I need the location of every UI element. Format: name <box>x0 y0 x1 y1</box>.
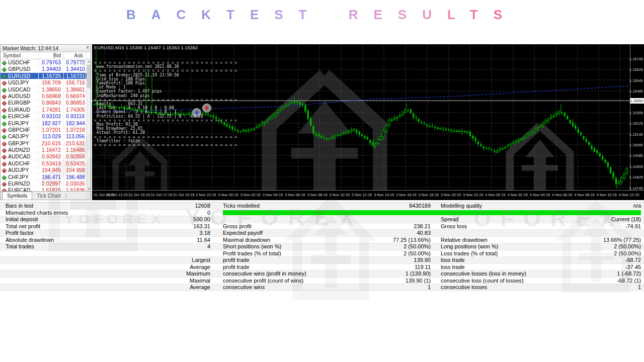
market-watch-row-usdjpy[interactable]: USDJPY156.709156.716 <box>1 79 91 86</box>
price-tick: 1.14905 <box>629 164 643 169</box>
price-tick: 1.15145 <box>629 132 643 137</box>
symbol-cell: EURUSD <box>1 73 39 79</box>
market-watch-row-cadjpy[interactable]: CADJPY113.029113.056 <box>1 133 91 140</box>
bid-cell: 1.74281 <box>39 107 64 113</box>
time-tick: 31 Oct 15:15 <box>128 193 150 197</box>
tab-symbols[interactable]: Symbols <box>2 192 32 200</box>
report-value: 2 (50.00%) <box>564 243 644 250</box>
ask-cell: 0.86853 <box>64 100 86 106</box>
ask-cell: 0.93119 <box>64 113 86 119</box>
chart-panel: EURUSD,M15 1.15365 1.15407 1.15363 1.153… <box>92 44 644 200</box>
bid-cell: 1.61815 <box>39 187 64 191</box>
market-watch-row-audnzd[interactable]: AUDNZD1.164721.16486 <box>1 147 91 153</box>
report-value: 238.21 <box>348 223 432 230</box>
report-row: Initial deposit500.00SpreadCurrent (18) <box>0 216 644 223</box>
report-value: 1 (139.90) <box>348 270 432 277</box>
time-tick: 4 Nov 10:15 <box>597 193 617 197</box>
report-label: loss trade <box>432 264 564 270</box>
report-value: 8430189 <box>348 203 432 209</box>
chart-ohlc-header: EURUSD,M15 1.15365 1.15407 1.15363 1.153… <box>94 45 198 50</box>
report-value: 1 <box>348 284 432 291</box>
tab-tick-chart[interactable]: Tick Chart <box>32 192 65 200</box>
symbol-cell: AUDJPY <box>1 167 39 173</box>
time-tick: 31 Oct 17:15 <box>150 193 172 197</box>
report-label: Short positions (won %) <box>210 243 348 250</box>
market-watch-row-audcad[interactable]: AUDCAD0.928420.92858 <box>1 153 91 160</box>
symbol-cell: CADJPY <box>1 133 39 139</box>
backtest-results-page: BACKTEST RESULTS Market Watch: 12:44:14 … <box>0 0 644 362</box>
ask-cell: 1.07218 <box>64 127 86 133</box>
symbol-cell: AUDCHF <box>1 160 39 166</box>
column-bid[interactable]: Bid <box>39 52 64 59</box>
ask-cell: 1.38661 <box>64 86 86 93</box>
column-symbol[interactable]: Symbol <box>1 52 39 59</box>
market-watch-row-audchf[interactable]: AUDCHF0.534190.53425 <box>1 160 91 167</box>
market-watch-row-eurchf[interactable]: EURCHF0.931020.93119 <box>1 113 91 120</box>
time-tick: 3 Nov 18:15 <box>419 193 439 197</box>
market-watch-row-usdcad[interactable]: USDCAD1.386501.38661 <box>1 86 91 93</box>
scrollbar-thumb[interactable] <box>87 65 91 88</box>
report-label: Mismatched charts errors <box>0 210 143 216</box>
market-watch-row-chfjpy[interactable]: CHFJPY196.471196.488 <box>1 174 91 180</box>
market-watch-row-euraud[interactable]: EURAUD1.742811.74305 <box>1 107 91 113</box>
report-label: Spread <box>432 216 564 223</box>
report-value: 4 <box>143 243 210 250</box>
price-tick: 1.15065 <box>629 143 643 147</box>
report-label: Modelling quality <box>432 203 564 209</box>
market-watch-scrollbar[interactable]: ▲ ▼ <box>87 59 91 191</box>
report-label: Profit trades (% of total) <box>210 250 348 257</box>
down-diamond-icon <box>2 81 7 86</box>
down-diamond-icon <box>2 128 7 133</box>
market-watch-row-gbpjpy[interactable]: GBPJPY210.615210.631 <box>1 140 91 147</box>
report-value: -74.91 <box>564 223 644 230</box>
symbol-cell: USDCAD <box>1 86 39 93</box>
symbol-cell: EURCHF <box>1 113 39 119</box>
report-value: -37.45 <box>564 264 644 270</box>
price-tick: 1.14825 <box>629 175 643 179</box>
tab-divider: | <box>65 192 67 200</box>
symbol-cell: EURCAD <box>1 187 39 191</box>
report-row: Bars in test12608Ticks modelled8430189Mo… <box>0 203 644 210</box>
report-label: consecutive losses (loss in money) <box>432 270 564 277</box>
price-tick: 1.15545 <box>629 78 643 83</box>
report-row: Averageprofit trade119.11loss trade-37.4… <box>0 264 644 271</box>
up-diamond-icon <box>2 121 7 126</box>
time-tick: 3 Nov 08:15 <box>307 193 327 197</box>
time-tick: 3 Nov 20:15 <box>441 193 461 197</box>
market-watch-row-gbpchf[interactable]: GBPCHF1.072011.07218 <box>1 127 91 133</box>
report-label: loss trade <box>432 257 564 263</box>
report-label: Bars in test <box>0 203 143 209</box>
report-label: Gross profit <box>210 223 348 230</box>
title-band: BACKTEST RESULTS <box>0 7 644 23</box>
report-value: 119.11 <box>348 264 432 270</box>
market-watch-row-eurnzd[interactable]: EURNZD2.029972.03035 <box>1 180 91 187</box>
ask-cell: 182.944 <box>64 120 86 126</box>
time-axis[interactable]: 31 Oct 202531 Oct 13:1531 Oct 15:1531 Oc… <box>92 190 644 200</box>
report-value: 2 (50.00%) <box>348 243 432 250</box>
market-watch-row-gbpusd[interactable]: GBPUSD1.344031.34410 <box>1 66 91 72</box>
market-watch-row-audjpy[interactable]: AUDJPY104.945104.958 <box>1 167 91 173</box>
market-watch-row-eurusd[interactable]: EURUSD1.167251.16731 <box>1 73 91 79</box>
symbol-cell: EURNZD <box>1 180 39 187</box>
scroll-up-icon[interactable]: ▲ <box>87 59 91 63</box>
report-label: Absolute drawdown <box>0 237 143 243</box>
report-row: Maximumconsecutive wins (profit in money… <box>0 270 644 278</box>
report-label: Initial deposit <box>0 216 143 223</box>
symbol-cell: GBPCHF <box>1 127 39 133</box>
report-label: consecutive wins (profit in money) <box>210 270 348 277</box>
market-watch-row-eurgbp[interactable]: EURGBP0.868430.86853 <box>1 100 91 106</box>
scroll-down-icon[interactable]: ▼ <box>87 187 91 191</box>
down-diamond-icon <box>2 168 7 173</box>
report-value: -68.72 <box>564 257 644 263</box>
report-value: 2 (50.00%) <box>564 250 644 257</box>
market-watch-row-audusd[interactable]: AUDUSD0.669680.66974 <box>1 93 91 100</box>
symbol-cell: EURGBP <box>1 100 39 106</box>
market-watch-row-usdchf[interactable]: USDCHF0.797630.79772 <box>1 59 91 66</box>
close-icon[interactable]: × <box>86 45 89 50</box>
price-axis[interactable]: 1.157051.156251.155451.154651.153051.152… <box>630 44 644 190</box>
report-label: profit trade <box>210 257 348 263</box>
market-watch-row-eurjpy[interactable]: EURJPY182.927182.944 <box>1 120 91 127</box>
column-ask[interactable]: Ask <box>64 52 86 59</box>
market-watch-row-eurcad[interactable]: EURCAD1.618151.61836 <box>1 187 91 191</box>
report-label: Total net profit <box>0 223 143 230</box>
